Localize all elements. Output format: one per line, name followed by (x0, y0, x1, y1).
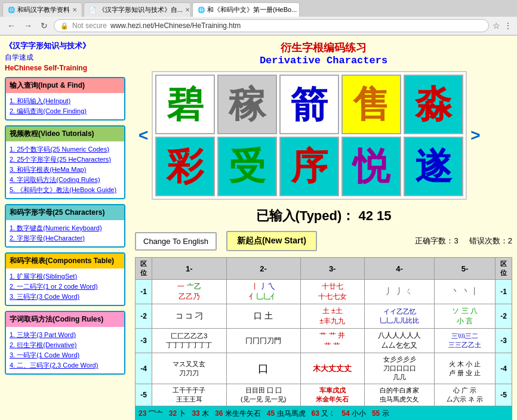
cell-3-3: 艹 艹 井艹 艹 (300, 329, 364, 353)
reload-button[interactable]: ↻ (38, 20, 50, 32)
main-title-cn: 衍生字根编码练习 (135, 41, 512, 55)
cell-5-5: 心 广 示 厶六示 ネ 示 (435, 384, 496, 406)
row-num-1-right: -1 (496, 280, 512, 304)
cell-2-2: 口 土 (226, 304, 300, 329)
sidebar-link-codefinding[interactable]: 2. 编码查询(Code Finding) (10, 107, 121, 116)
row-num-3: -3 (136, 329, 152, 353)
tab-1[interactable]: 🌐 和码汉字教学资料 ✕ (2, 2, 82, 17)
bottom-bar: 23 冖亠 32 卜 33 木 36 米生牛矢石 45 虫马馬虎 63 又ㄑ 5… (135, 406, 512, 420)
row-num-2-right: -2 (496, 304, 512, 329)
sidebar-link-derivative[interactable]: 2. 衍生字根(Derivative) (10, 341, 121, 350)
sidebar-link-codingrules[interactable]: 4. 字词取码方法(Coding Rules) (10, 175, 121, 184)
tab-3[interactable]: 🌐 和《和码中文》第一册(HeBo... ✕ (192, 2, 300, 17)
tab-3-close[interactable]: ✕ (299, 7, 300, 13)
address-bar[interactable]: 🔒 Not secure www.hezi.net/HeChinese/HeTr… (54, 19, 489, 32)
char-cell-5[interactable]: 淼 (404, 75, 463, 134)
new-start-button[interactable]: 新起点(New Start) (226, 231, 317, 251)
tab-bar: 🌐 和码汉字教学资料 ✕ 📄 《汉字字形知识与技术》自... ✕ 🌐 和《和码中… (0, 0, 517, 17)
sidebar-section-video-body: 1. 25个数字码(25 Numeric Codes) 2. 25个字形字母(2… (6, 141, 124, 198)
sidebar-section-chars-body: 1. 数字键盘(Numeric Keyboard) 2. 字形字母(HeChar… (6, 220, 124, 246)
row-num-5: -5 (136, 384, 152, 406)
cell-5-1: 工干干于子 王王王耳 (152, 384, 227, 406)
char-cell-7[interactable]: 受 (217, 137, 277, 196)
nav-right-arrow[interactable]: > (467, 126, 484, 145)
sidebar-section-table-header: 和码字根表(Components Table) (6, 254, 124, 268)
cell-4-4: 女彡彡彡彡 刀口口口口 几几 (364, 353, 434, 384)
sidebar-link-numeric[interactable]: 1. 25个数字码(25 Numeric Codes) (10, 145, 121, 154)
row-num-3-right: -3 (496, 329, 512, 353)
sidebar-link-hecharacter[interactable]: 2. 字形字母(HeCharacter) (10, 234, 121, 243)
cell-2-3: 土 ±土±丰九九 (300, 304, 364, 329)
bookmark-icon[interactable]: ☆ (493, 21, 500, 30)
row-num-4: -4 (136, 353, 152, 384)
page-body: 《汉字字形知识与技术》 自学速成 HeChinese Self-Training… (0, 36, 517, 420)
char-cell-8[interactable]: 序 (279, 137, 339, 196)
tab-2-close[interactable]: ✕ (185, 7, 190, 13)
row-num-1: -1 (136, 280, 152, 304)
sidebar-link-3code[interactable]: 3. 三码字(3 Code Word) (10, 292, 121, 301)
char-cell-10[interactable]: 遂 (404, 137, 463, 196)
stats: 正确字数：3 错误次数：2 (415, 236, 512, 246)
col-header-1: 1- (152, 258, 227, 280)
char-cell-4[interactable]: 售 (341, 75, 401, 134)
cell-4-1: マス又又玄 刀刀刀 (152, 353, 227, 384)
cell-1-5: 丶 丶丨 (435, 280, 496, 304)
cell-4-3: 木大丈丈丈 (300, 353, 364, 384)
main-content: 衍生字根编码练习 Derivative Characters < 碧 稼 箭 售… (130, 36, 517, 420)
sidebar-link-numkbd[interactable]: 1. 数字键盘(Numeric Keyboard) (10, 224, 121, 233)
tab-1-icon: 🌐 (8, 7, 15, 13)
sidebar-link-1code[interactable]: 3. 一码字(1 Code Word) (10, 351, 121, 360)
corner-cell: 区位 (136, 258, 152, 280)
cell-2-5: ソ 三 八 小 言 (435, 304, 496, 329)
char-cell-6[interactable]: 彩 (155, 137, 215, 196)
char-cell-1[interactable]: 碧 (155, 75, 215, 134)
tab-2[interactable]: 📄 《汉字字形知识与技术》自... ✕ (84, 2, 191, 17)
sidebar-subtitle: 自学速成 (5, 52, 125, 63)
sidebar-section-video-header: 视频教程(Video Tutorials) (6, 126, 124, 141)
sidebar-link-sibling[interactable]: 1. 扩展字根(SiblingSet) (10, 272, 121, 281)
char-grid-container: < 碧 稼 箭 售 淼 彩 受 序 悦 遂 > (135, 71, 512, 200)
sidebar-link-hebookguide[interactable]: 5. 《和码中文》教法(HeBook Guide) (10, 186, 121, 194)
sidebar-section-input: 输入查询(Input & Find) 1. 和码输入(HeInput) 2. 编… (5, 77, 125, 121)
char-cell-2[interactable]: 稼 (217, 75, 277, 134)
change-to-english-button[interactable]: Change To English (135, 232, 217, 251)
char-cell-3[interactable]: 箭 (279, 75, 339, 134)
menu-icon[interactable]: ⋮ (504, 21, 512, 30)
nav-bar: ← → ↻ 🔒 Not secure www.hezi.net/HeChines… (0, 17, 517, 35)
sidebar-section-coding-body: 1. 三块字(3 Part Word) 2. 衍生字根(Derivative) … (6, 327, 124, 373)
sidebar-link-hemap[interactable]: 3. 和码字根表(HeMa Map) (10, 165, 121, 174)
nav-icons: ☆ ⋮ (493, 21, 512, 30)
char-cell-9[interactable]: 悦 (341, 137, 401, 196)
sidebar: 《汉字字形知识与技术》 自学速成 HeChinese Self-Training… (0, 36, 130, 420)
sidebar-section-table: 和码字根表(Components Table) 1. 扩展字根(SiblingS… (5, 252, 125, 306)
sidebar-link-hechar[interactable]: 2. 25个字形字母(25 HeCharacters) (10, 155, 121, 164)
typed-display: 已输入(Typed)： 42 15 (135, 207, 512, 225)
correct-count: 正确字数：3 (415, 236, 458, 245)
sidebar-link-heinput[interactable]: 1. 和码输入(HeInput) (10, 97, 121, 106)
typed-value: 42 15 (358, 208, 391, 223)
table-row: -2 コ コ 刁 口 土 土 ±土±丰九九 イイ乙乙忆 乚乚儿儿比比 (136, 304, 512, 329)
sidebar-link-3part[interactable]: 1. 三块字(3 Part Word) (10, 331, 121, 339)
tab-1-close[interactable]: ✕ (72, 7, 77, 13)
row-num-5-right: -5 (496, 384, 512, 406)
controls-row: Change To English 新起点(New Start) 正确字数：3 … (135, 231, 512, 251)
sidebar-subtitle2: HeChinese Self-Training (5, 64, 125, 72)
corner-cell-right: 区位 (496, 258, 512, 280)
sidebar-section-input-header: 输入查询(Input & Find) (6, 78, 124, 93)
sidebar-link-12code[interactable]: 2. 一二码字(1 or 2 code Word) (10, 282, 121, 291)
col-header-2: 2- (226, 258, 300, 280)
forward-button[interactable]: → (21, 20, 35, 32)
nav-left-arrow[interactable]: < (135, 126, 152, 145)
cell-2-4: イイ乙乙忆 乚乚儿儿比比 (364, 304, 434, 329)
cell-3-5: 三\\\\三二 三三乙乙土 (435, 329, 496, 353)
main-title-en: Derivative Characters (135, 55, 512, 66)
training-table: 区位 1- 2- 3- 4- 5- 区位 -1 一 亠乙 乙乙乃 (135, 257, 512, 406)
address-text: www.hezi.net/HeChinese/HeTraining.htm (110, 21, 482, 30)
cell-1-1: 一 亠乙 乙乙乃 (152, 280, 227, 304)
tab-1-label: 和码汉字教学资料 (17, 5, 70, 14)
back-button[interactable]: ← (5, 20, 18, 32)
cell-3-2: 冂冂冂刀門 (226, 329, 300, 353)
sidebar-link-23code[interactable]: 4. 二、三码字(2,3 Code Word) (10, 361, 121, 370)
col-header-5: 5- (435, 258, 496, 280)
row-num-4-right: -4 (496, 353, 512, 384)
